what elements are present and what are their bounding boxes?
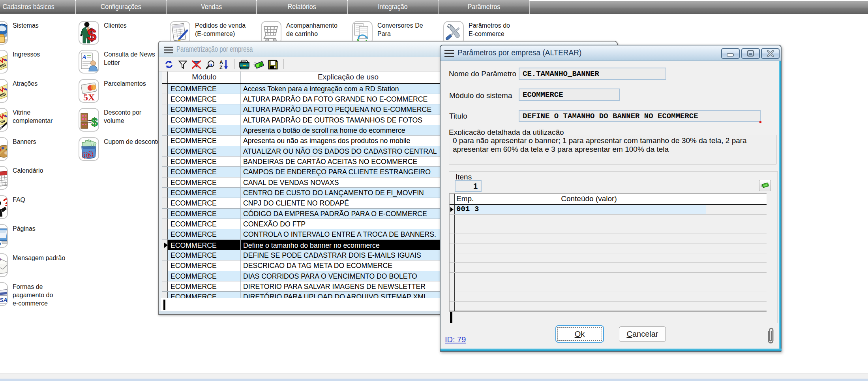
svg-text:?: ? [3,196,7,209]
svg-text:VISA: VISA [0,297,7,303]
svg-text:$: $ [87,26,96,44]
svg-text:Z: Z [219,65,223,70]
svg-text:A: A [219,60,223,65]
svg-text:A: A [82,53,86,61]
svg-text:n: n [209,61,212,67]
svg-text:5X: 5X [83,92,95,102]
svg-text:$: $ [91,115,98,128]
